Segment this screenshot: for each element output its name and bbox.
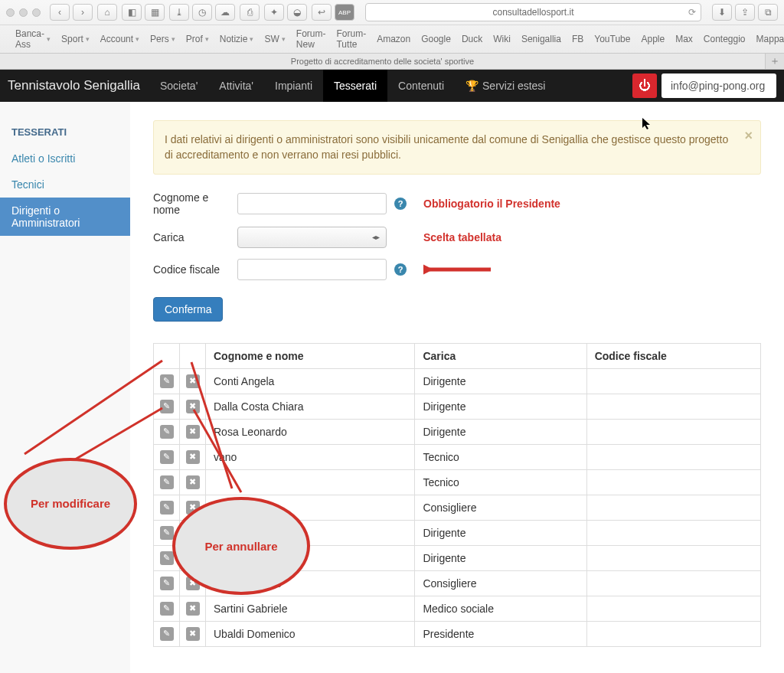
- reload-icon[interactable]: ⟳: [688, 7, 696, 18]
- label-codice-fiscale: Codice fiscale: [153, 263, 230, 276]
- delete-icon[interactable]: ✖: [186, 374, 200, 388]
- delete-icon[interactable]: ✖: [186, 501, 200, 515]
- cell-name: Dalla Costa Chiara: [206, 394, 415, 419]
- delete-icon[interactable]: ✖: [186, 400, 200, 413]
- delete-icon[interactable]: ✖: [186, 551, 200, 565]
- user-email[interactable]: info@ping-pong.org: [662, 74, 776, 98]
- brand[interactable]: Tennistavolo Senigallia: [8, 78, 140, 93]
- delete-icon[interactable]: ✖: [186, 450, 200, 464]
- cell-name: Sartini Gabriele: [206, 596, 415, 621]
- extension-icon[interactable]: ✦: [264, 4, 284, 21]
- bookmark-max[interactable]: Max: [675, 28, 693, 50]
- top-sites[interactable]: ▦: [145, 4, 165, 21]
- nav-serviziestesi[interactable]: 🏆Servizi estesi: [455, 70, 556, 102]
- edit-icon[interactable]: ✎: [160, 526, 174, 540]
- bookmarks-bar: Banca-Ass▾Sport▾Account▾Pers▾Prof▾Notizi…: [0, 25, 784, 53]
- bookmark-duck[interactable]: Duck: [462, 28, 482, 50]
- download-button[interactable]: ⬇: [712, 4, 732, 21]
- cell-cf: [586, 419, 760, 444]
- cell-name: Mass: [206, 545, 415, 570]
- history-icon[interactable]: ◷: [192, 4, 212, 21]
- sidebar: TESSERATI Atleti o IscrittiTecniciDirige…: [0, 102, 130, 673]
- alert-close[interactable]: ×: [744, 129, 753, 142]
- bookmark-pers[interactable]: Pers▾: [150, 28, 175, 50]
- nav-societa[interactable]: Societa': [149, 70, 208, 102]
- delete-icon[interactable]: ✖: [186, 526, 200, 540]
- bookmark-conteggio[interactable]: Conteggio: [704, 28, 746, 50]
- pocket-icon[interactable]: ◒: [287, 4, 307, 21]
- tab-strip: Progetto di accreditamento delle societa…: [0, 53, 784, 69]
- bookmark-sw[interactable]: SW▾: [264, 28, 285, 50]
- select-carica[interactable]: ◂▸: [237, 227, 387, 248]
- nav-tesserati[interactable]: Tesserati: [323, 70, 387, 102]
- cell-role: Consigliere: [415, 570, 586, 596]
- zoom-window[interactable]: [32, 8, 41, 17]
- edit-icon[interactable]: ✎: [160, 577, 174, 590]
- bookmark-wiki[interactable]: Wiki: [493, 28, 511, 50]
- edit-icon[interactable]: ✎: [160, 475, 174, 489]
- delete-icon[interactable]: ✖: [186, 577, 200, 590]
- bookmark-notizie[interactable]: Notizie▾: [220, 28, 254, 50]
- bookmark-fb[interactable]: FB: [572, 28, 583, 50]
- downloads-icon[interactable]: ⤓: [169, 4, 189, 21]
- edit-icon[interactable]: ✎: [160, 551, 174, 565]
- sidebar-toggle[interactable]: ◧: [122, 4, 142, 21]
- print-icon[interactable]: ⎙: [240, 4, 260, 21]
- url-bar[interactable]: consultadellosport.it ⟳: [365, 3, 701, 21]
- nav-contenuti[interactable]: Contenuti: [387, 70, 455, 102]
- table-row: ✎✖MassDirigente: [154, 545, 761, 570]
- sidebar-item-0[interactable]: Atleti o Iscritti: [0, 145, 130, 172]
- close-window[interactable]: [6, 8, 15, 17]
- cell-role: Presidente: [415, 621, 586, 646]
- sidebar-item-1[interactable]: Tecnici: [0, 172, 130, 198]
- browser-tab[interactable]: Progetto di accreditamento delle societa…: [0, 54, 766, 69]
- bookmark-sport[interactable]: Sport▾: [61, 28, 90, 50]
- delete-icon[interactable]: ✖: [186, 475, 200, 489]
- bookmark-prof[interactable]: Prof▾: [186, 28, 209, 50]
- help-icon[interactable]: ?: [394, 198, 407, 210]
- bookmark-amazon[interactable]: Amazon: [377, 28, 410, 50]
- share-icon[interactable]: ⇪: [735, 4, 755, 21]
- sidebar-item-2[interactable]: Dirigenti o Amministratori: [0, 198, 130, 236]
- delete-icon[interactable]: ✖: [186, 602, 200, 616]
- edit-icon[interactable]: ✎: [160, 450, 174, 464]
- help-icon[interactable]: ?: [394, 263, 407, 276]
- edit-icon[interactable]: ✎: [160, 501, 174, 515]
- nav-impianti[interactable]: Impianti: [264, 70, 323, 102]
- bookmark-youtube[interactable]: YouTube: [594, 28, 630, 50]
- bookmark-banca-ass[interactable]: Banca-Ass▾: [15, 28, 51, 50]
- bookmark-account[interactable]: Account▾: [100, 28, 139, 50]
- submit-button[interactable]: Conferma: [153, 297, 223, 322]
- edit-icon[interactable]: ✎: [160, 425, 174, 439]
- minimize-window[interactable]: [19, 8, 28, 17]
- bookmark-forum-new[interactable]: Forum-New: [296, 28, 326, 50]
- cell-role: Consigliere: [415, 495, 586, 520]
- bookmark-senigallia[interactable]: Senigallia: [521, 28, 561, 50]
- home-button[interactable]: ⌂: [97, 4, 117, 21]
- bookmark-apple[interactable]: Apple: [641, 28, 665, 50]
- window-controls: [6, 8, 41, 17]
- delete-icon[interactable]: ✖: [186, 627, 200, 641]
- back-button[interactable]: ‹: [50, 4, 70, 21]
- abp-icon[interactable]: ABP: [335, 4, 354, 21]
- bookmark-forum-tutte[interactable]: Forum-Tutte: [336, 28, 366, 50]
- edit-icon[interactable]: ✎: [160, 400, 174, 413]
- cloud-icon[interactable]: ☁: [215, 4, 235, 21]
- bookmark-google[interactable]: Google: [421, 28, 451, 50]
- input-cognome-nome[interactable]: [237, 193, 387, 214]
- forward-button[interactable]: ›: [73, 4, 93, 21]
- cell-cf: [586, 621, 760, 646]
- reply-icon[interactable]: ↩: [312, 4, 332, 21]
- tabs-icon[interactable]: ⧉: [758, 4, 778, 21]
- edit-icon[interactable]: ✎: [160, 627, 174, 641]
- cell-cf: [586, 495, 760, 520]
- bookmark-mappa[interactable]: Mappa: [756, 28, 784, 50]
- new-tab-button[interactable]: ＋: [766, 54, 784, 69]
- logout-button[interactable]: ⏻: [632, 74, 657, 98]
- nav-attivita[interactable]: Attivita': [208, 70, 264, 102]
- col-delete: [180, 343, 206, 368]
- edit-icon[interactable]: ✎: [160, 602, 174, 616]
- input-codice-fiscale[interactable]: [237, 259, 387, 280]
- delete-icon[interactable]: ✖: [186, 425, 200, 439]
- edit-icon[interactable]: ✎: [160, 374, 174, 388]
